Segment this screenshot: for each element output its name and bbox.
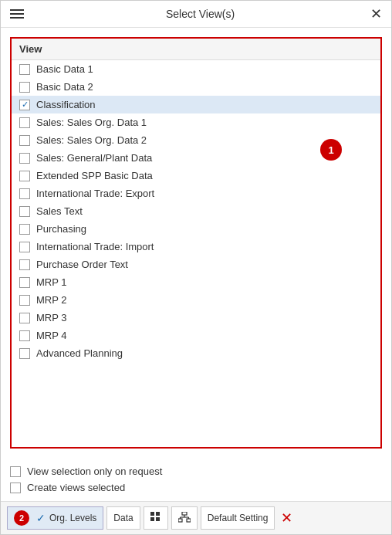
org-levels-label: Org. Levels	[49, 513, 96, 523]
bottom-options: View selection only on request Create vi…	[1, 458, 391, 501]
list-item-checkbox[interactable]	[19, 188, 30, 199]
option-row-view-selection[interactable]: View selection only on request	[10, 466, 382, 477]
list-item-checkbox[interactable]	[19, 171, 30, 181]
org-levels-check-icon: ✓	[36, 512, 46, 524]
list-item-label: Sales: Sales Org. Data 2	[36, 134, 147, 146]
hamburger-icon[interactable]	[10, 9, 24, 19]
list-item[interactable]: ✓Classification	[12, 96, 380, 113]
list-scroll-area[interactable]: Basic Data 1Basic Data 2✓ClassificationS…	[12, 60, 380, 447]
data-label: Data	[113, 513, 133, 523]
svg-rect-0	[150, 512, 154, 516]
list-item[interactable]: International Trade: Import	[12, 238, 380, 256]
list-item-label: Purchase Order Text	[36, 259, 128, 270]
list-item-label: Sales Text	[36, 205, 83, 217]
list-item[interactable]: Sales: Sales Org. Data 2	[12, 131, 380, 149]
list-item-label: Sales: Sales Org. Data 1	[36, 117, 147, 128]
list-item-checkbox[interactable]	[19, 242, 30, 252]
title-bar-left	[10, 9, 30, 19]
list-item-checkbox[interactable]	[19, 117, 30, 128]
data-button[interactable]: Data	[106, 506, 140, 530]
list-item[interactable]: Sales Text	[12, 202, 380, 220]
list-item-label: International Trade: Import	[36, 241, 154, 252]
list-item-checkbox[interactable]	[19, 330, 30, 341]
list-item-checkbox[interactable]	[19, 348, 30, 359]
dialog: Select View(s) ✕ View Basic Data 1Basic …	[0, 0, 392, 535]
default-setting-label: Default Setting	[208, 513, 269, 523]
main-content: View Basic Data 1Basic Data 2✓Classifica…	[1, 28, 391, 458]
list-item-label: Basic Data 2	[36, 81, 93, 93]
list-item-label: Purchasing	[36, 223, 86, 235]
list-item[interactable]: Advanced Planning	[12, 344, 380, 362]
list-item-checkbox[interactable]	[19, 135, 30, 146]
view-selection-checkbox[interactable]	[10, 466, 21, 477]
grid-icon	[150, 512, 161, 525]
list-item-label: MRP 1	[36, 276, 67, 288]
toolbar-close-icon[interactable]: ✕	[278, 510, 296, 527]
list-item[interactable]: MRP 4	[12, 327, 380, 344]
badge-2-wrapper: 2	[14, 510, 32, 526]
list-item[interactable]: Sales: General/Plant Data	[12, 149, 380, 167]
list-item[interactable]: Purchase Order Text	[12, 256, 380, 273]
default-setting-button[interactable]: Default Setting	[201, 506, 275, 530]
list-item-label: Sales: General/Plant Data	[36, 152, 152, 164]
dialog-title: Select View(s)	[166, 8, 235, 20]
org-tree-icon-button[interactable]	[171, 506, 198, 530]
org-tree-icon	[178, 512, 191, 525]
list-item-checkbox[interactable]	[19, 153, 30, 164]
list-item[interactable]: MRP 2	[12, 291, 380, 309]
svg-rect-1	[156, 512, 160, 516]
list-item[interactable]: MRP 1	[12, 273, 380, 291]
title-bar: Select View(s) ✕	[1, 1, 391, 28]
list-item-label: Classification	[36, 99, 96, 110]
list-item[interactable]: Purchasing	[12, 220, 380, 238]
svg-rect-3	[156, 517, 160, 521]
toolbar: 2 ✓ Org. Levels Data	[1, 501, 391, 534]
org-levels-button[interactable]: 2 ✓ Org. Levels	[7, 506, 103, 530]
list-item-label: International Trade: Export	[36, 188, 154, 199]
create-views-checkbox[interactable]	[10, 483, 21, 493]
close-icon[interactable]: ✕	[370, 7, 382, 21]
list-item[interactable]: Extended SPP Basic Data	[12, 167, 380, 185]
list-item-label: MRP 3	[36, 312, 67, 323]
view-list-container: View Basic Data 1Basic Data 2✓Classifica…	[10, 37, 382, 449]
grid-icon-button[interactable]	[144, 506, 168, 530]
list-item-checkbox[interactable]	[19, 259, 30, 270]
list-item[interactable]: Basic Data 2	[12, 78, 380, 96]
list-item-label: MRP 4	[36, 330, 67, 341]
badge-2: 2	[14, 510, 29, 526]
svg-rect-5	[178, 519, 182, 522]
list-item-label: Advanced Planning	[36, 347, 123, 359]
svg-rect-4	[182, 512, 187, 515]
list-item[interactable]: Basic Data 1	[12, 60, 380, 78]
option-row-create-views[interactable]: Create views selected	[10, 482, 382, 493]
list-item-checkbox[interactable]	[19, 313, 30, 323]
list-item-checkbox[interactable]	[19, 206, 30, 217]
list-item-checkbox[interactable]	[19, 64, 30, 75]
create-views-label: Create views selected	[27, 482, 125, 493]
list-header: View	[12, 39, 380, 60]
view-selection-label: View selection only on request	[27, 466, 162, 477]
list-item-label: Basic Data 1	[36, 63, 93, 75]
list-item-label: MRP 2	[36, 294, 67, 306]
list-item-checkbox[interactable]: ✓	[19, 100, 30, 110]
list-item[interactable]: Sales: Sales Org. Data 1	[12, 113, 380, 131]
list-item-label: Extended SPP Basic Data	[36, 170, 153, 181]
list-item-checkbox[interactable]	[19, 224, 30, 235]
list-item-checkbox[interactable]	[19, 82, 30, 93]
list-item-checkbox[interactable]	[19, 277, 30, 288]
svg-rect-6	[187, 519, 191, 522]
svg-rect-2	[150, 517, 154, 521]
list-item[interactable]: International Trade: Export	[12, 185, 380, 202]
list-item-checkbox[interactable]	[19, 295, 30, 306]
list-item[interactable]: MRP 3	[12, 309, 380, 327]
